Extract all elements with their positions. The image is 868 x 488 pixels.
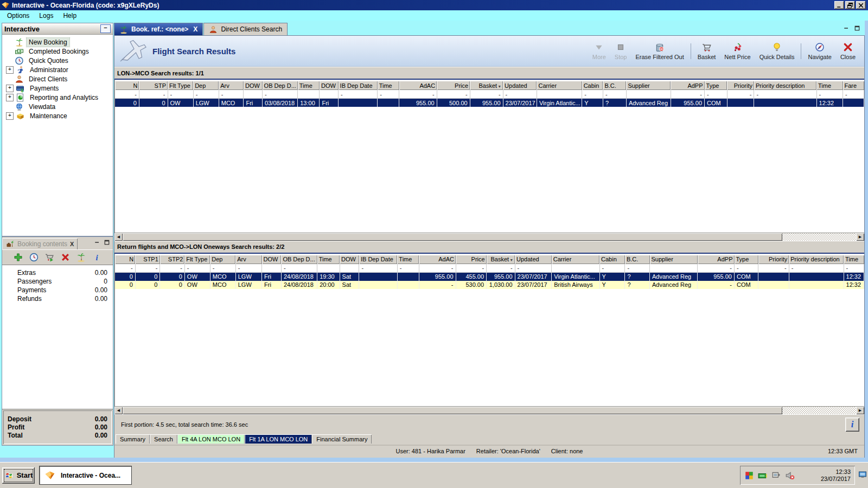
filter-cell[interactable]: -	[758, 264, 789, 273]
column-header-stp[interactable]: STP	[139, 81, 168, 90]
filter-cell[interactable]	[262, 264, 282, 273]
column-header-basket[interactable]: Basket▼	[487, 255, 515, 264]
show-desktop-icon[interactable]	[858, 471, 867, 479]
sidebar-item-new-booking[interactable]: New Booking	[2, 37, 113, 47]
filter-cell[interactable]: -	[193, 90, 219, 99]
filter-cell[interactable]: -	[844, 264, 864, 273]
taskbar-task-interactive[interactable]: Interactive - Ocea...	[39, 466, 132, 485]
column-header-updated[interactable]: Updated	[515, 255, 552, 264]
filter-cell[interactable]: -	[582, 90, 603, 99]
filter-cell[interactable]: -	[625, 264, 650, 273]
filter-cell[interactable]: -	[339, 90, 378, 99]
column-header-b-c[interactable]: B.C.	[625, 255, 650, 264]
filter-cell[interactable]	[650, 264, 698, 273]
column-header-basket[interactable]: Basket▼	[470, 81, 503, 90]
toolbar-button-close[interactable]: Close	[836, 41, 860, 62]
column-header-dow[interactable]: DOW	[320, 81, 339, 90]
booking-contents-tab[interactable]: Booking contents X	[2, 238, 78, 249]
filter-cell[interactable]: -	[503, 90, 537, 99]
filter-cell[interactable]	[244, 90, 263, 99]
column-header-supplier[interactable]: Supplier	[626, 81, 671, 90]
outbound-hscrollbar[interactable]: ◀ ▶	[114, 233, 864, 241]
column-header-ib-dep-date[interactable]: IB Dep Date	[339, 81, 378, 90]
toolbar-button-basket[interactable]: Basket	[693, 41, 720, 62]
column-header-stp1[interactable]: STP1	[135, 255, 160, 264]
column-header-fare[interactable]: Fare	[843, 81, 864, 90]
palm-tree-icon[interactable]	[76, 253, 86, 262]
column-header-n[interactable]: N	[115, 255, 135, 264]
menu-help[interactable]: Help	[58, 11, 81, 20]
filter-cell[interactable]: -	[419, 264, 456, 273]
column-header-carrier[interactable]: Carrier	[552, 255, 599, 264]
filter-cell[interactable]: -	[515, 264, 552, 273]
filter-cell[interactable]: -	[210, 264, 235, 273]
tab-direct-clients-search[interactable]: Direct Clients Search	[203, 23, 288, 35]
close-tab-icon[interactable]: X	[193, 25, 197, 33]
expander-icon[interactable]: +	[6, 85, 14, 92]
column-header-time[interactable]: Time	[378, 81, 399, 90]
filter-cell[interactable]	[298, 90, 320, 99]
filter-cell[interactable]: -	[168, 90, 193, 99]
column-header-dow[interactable]: DOW	[340, 255, 359, 264]
toolbar-button-nett-price[interactable]: Nett Price	[720, 41, 755, 62]
scrollbar-track[interactable]	[782, 407, 856, 414]
filter-cell[interactable]: -	[843, 90, 864, 99]
filter-cell[interactable]	[537, 90, 582, 99]
scroll-left-icon[interactable]: ◀	[114, 407, 123, 414]
filter-cell[interactable]: -	[698, 264, 735, 273]
filter-cell[interactable]: -	[399, 90, 437, 99]
antivirus-icon[interactable]	[744, 471, 754, 480]
filter-cell[interactable]	[552, 264, 599, 273]
filter-cell[interactable]: -	[603, 90, 626, 99]
filter-cell[interactable]: -	[235, 264, 261, 273]
maximize-tabgroup-icon[interactable]	[854, 25, 860, 31]
usb-icon[interactable]	[771, 471, 781, 480]
return-row-2[interactable]: 000OWMCOLGWFri24/08/201820:00Sat-530.001…	[115, 281, 864, 289]
sidebar-item-quick-quotes[interactable]: Quick Quotes	[2, 56, 113, 65]
filter-cell[interactable]: -	[789, 264, 844, 273]
column-header-supplier[interactable]: Supplier	[650, 255, 698, 264]
bottom-tab-financial-summary[interactable]: Financial Summary	[312, 434, 372, 444]
sidebar-item-direct-clients[interactable]: Direct Clients	[2, 74, 113, 84]
delete-icon[interactable]	[61, 253, 70, 262]
column-header-ob-dep-d[interactable]: OB Dep D...	[263, 81, 298, 90]
filter-cell[interactable]: -	[599, 264, 625, 273]
sidebar-item-payments[interactable]: +$Payments	[2, 84, 113, 93]
filter-cell[interactable]: -	[705, 90, 727, 99]
info-icon[interactable]: i	[92, 253, 101, 262]
filter-cell[interactable]: -	[456, 264, 487, 273]
filter-cell[interactable]: -	[359, 264, 397, 273]
filter-cell[interactable]: -	[378, 90, 399, 99]
column-header-flt-type[interactable]: Flt Type	[184, 255, 210, 264]
expander-icon[interactable]: +	[6, 66, 14, 74]
filter-cell[interactable]: -	[219, 90, 244, 99]
filter-cell[interactable]: -	[437, 90, 470, 99]
column-header-time[interactable]: Time	[397, 255, 419, 264]
bottom-tab-summary[interactable]: Summary	[116, 434, 150, 444]
filter-cell[interactable]: -	[115, 90, 139, 99]
minimize-tabgroup-icon[interactable]	[843, 25, 850, 31]
filter-cell[interactable]: -	[754, 90, 816, 99]
sidebar-item-maintenance[interactable]: +Maintenance	[2, 111, 113, 120]
minimize-panel-icon[interactable]	[94, 239, 100, 246]
volume-muted-icon[interactable]	[785, 471, 795, 480]
filter-cell[interactable]	[626, 90, 671, 99]
column-header-priority[interactable]: Priority	[727, 81, 754, 90]
column-header-adpp[interactable]: AdPP	[698, 255, 735, 264]
toolbar-button-quick-details[interactable]: Quick Details	[755, 41, 799, 62]
column-header-time[interactable]: Time	[298, 81, 320, 90]
sidebar-item-viewdata[interactable]: Viewdata	[2, 102, 113, 111]
column-header-adac[interactable]: AdAC	[419, 255, 456, 264]
column-header-time[interactable]: Time	[816, 81, 843, 90]
expander-icon[interactable]: +	[6, 112, 14, 120]
column-header-arv[interactable]: Arv	[235, 255, 261, 264]
column-header-stp2[interactable]: STP2	[160, 255, 185, 264]
toolbar-button-navigate[interactable]: Navigate	[803, 41, 835, 62]
basket-add-icon[interactable]	[45, 253, 54, 262]
column-header-updated[interactable]: Updated	[503, 81, 537, 90]
scrollbar-thumb[interactable]	[123, 233, 782, 241]
column-header-dep[interactable]: Dep	[193, 81, 219, 90]
return-hscrollbar[interactable]: ◀ ▶	[114, 406, 864, 414]
column-header-priority[interactable]: Priority	[758, 255, 789, 264]
filter-cell[interactable]	[340, 264, 359, 273]
